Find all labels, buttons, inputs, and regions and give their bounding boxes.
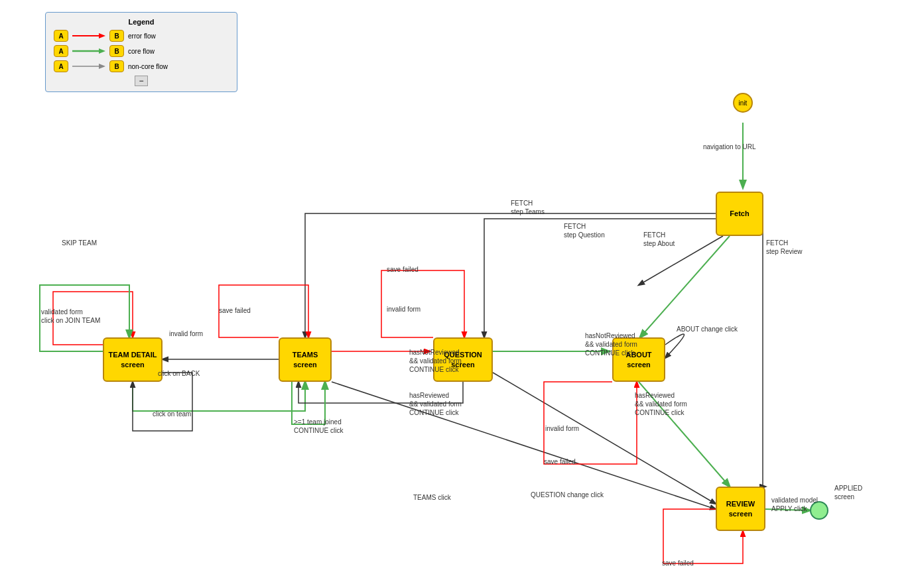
node-init-label: init: [739, 99, 748, 107]
label-has-not-reviewed-about: hasNotReviewed&& validated formCONTINUE …: [585, 331, 637, 357]
label-save-failed-question: save failed: [387, 265, 419, 274]
label-about-change-click: ABOUT change click: [677, 325, 738, 333]
node-teamdetail[interactable]: TEAM DETAILscreen: [103, 337, 163, 382]
label-click-team: click on team: [153, 410, 191, 418]
label-teams-click: TEAMS click: [413, 493, 451, 502]
label-has-not-reviewed: hasNotReviewed&& validated formCONTINUE …: [409, 348, 462, 374]
label-save-failed-about: save failed: [544, 457, 576, 466]
label-fetch-review: FETCHstep Review: [766, 239, 802, 256]
label-validated-apply: validated modelAPPLY click: [771, 496, 818, 513]
label-invalid-form-question: invalid form: [387, 305, 421, 314]
label-skip-team: SKIP TEAM: [62, 239, 97, 247]
label-save-failed-review: save failed: [662, 559, 694, 567]
node-init[interactable]: init: [733, 93, 753, 113]
label-invalid-form-about: invalid form: [545, 424, 579, 433]
label-has-reviewed-about: hasReviewed&& validated formCONTINUE cli…: [635, 391, 687, 417]
label-save-failed-teams: save failed: [219, 306, 251, 315]
label-question-change-click: QUESTION change click: [531, 491, 604, 499]
label-fetch-about: FETCHstep About: [643, 231, 675, 248]
node-fetch-label: Fetch: [730, 209, 749, 218]
node-review-label: REVIEWscreen: [726, 499, 755, 518]
label-navigation-url: navigation to URL: [703, 143, 756, 151]
node-review[interactable]: REVIEWscreen: [716, 487, 765, 531]
label-has-reviewed-question: hasReviewed&& validated formCONTINUE cli…: [409, 391, 462, 417]
node-teams[interactable]: TEAMSscreen: [279, 337, 332, 382]
svg-line-7: [640, 236, 730, 337]
node-fetch[interactable]: Fetch: [716, 192, 763, 236]
label-fetch-question: FETCHstep Question: [564, 222, 605, 239]
node-teams-label: TEAMSscreen: [293, 350, 318, 369]
label-invalid-form-teams: invalid form: [169, 329, 203, 338]
label-click-back: click on BACK: [158, 369, 200, 378]
label-applied-screen: APPLIEDscreen: [834, 484, 862, 501]
node-teamdetail-label: TEAM DETAILscreen: [108, 350, 157, 369]
label-fetch-teams: FETCHstep Teams: [511, 199, 545, 216]
label-ge1-team-joined: >=1 team joinedCONTINUE click: [294, 418, 343, 435]
diagram-container: Legend A B error flow A B core flow A: [0, 0, 914, 588]
label-validated-join: validated formclick on JOIN TEAM: [41, 308, 100, 325]
